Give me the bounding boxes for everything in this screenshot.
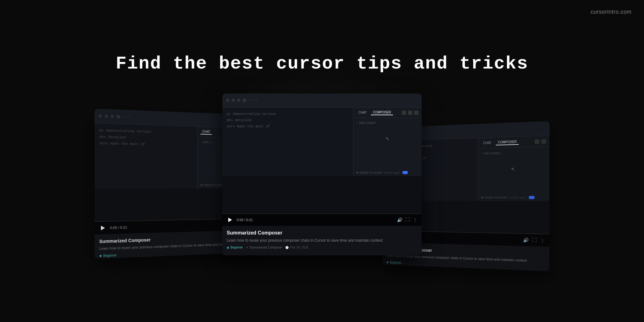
add-context-center[interactable]: Add context: [353, 118, 422, 128]
sidebar-icon-r2: [541, 139, 546, 144]
model-text-center: claude-3.5-sonnet: [360, 171, 382, 174]
editor-line-c4: [227, 130, 349, 136]
model-text-right: claude-3.5-sonnet: [484, 196, 507, 199]
topbar-circle-1: [226, 99, 229, 102]
topbar-sq-1: [243, 99, 246, 102]
mode-text-center: normal / agent: [384, 171, 400, 174]
badge-left: Beginner: [99, 253, 117, 258]
cursor-center: ↖: [353, 128, 422, 148]
card-info-center: Summarized Composer Learn how to reuse y…: [222, 226, 422, 253]
sidebar-tab-chat-right[interactable]: CHAT: [481, 140, 493, 145]
editor-topbar-center: ···: [222, 93, 422, 107]
add-context-right[interactable]: Add context: [478, 147, 550, 159]
topbar-icon-3: [111, 115, 114, 118]
topbar-circle-2: [232, 99, 235, 102]
topbar-icon-1: [99, 114, 102, 118]
card-title-center: Summarized Composer: [227, 230, 417, 236]
play-icon-center: [228, 218, 232, 222]
sidebar-tab-composer-right[interactable]: COMPOSER: [496, 139, 519, 145]
volume-icon-right[interactable]: 🔊: [523, 237, 529, 243]
cursor-right: ↖: [478, 157, 550, 179]
editor-line-c2: des detailed: [227, 117, 349, 124]
editor-line-c3: sers make the most of: [227, 124, 349, 130]
sidebar-header-center: CHAT COMPOSER: [353, 107, 422, 118]
sidebar-tab-composer-center[interactable]: COMPOSER: [371, 110, 393, 115]
sidebar-tab-chat-left[interactable]: CHAT: [201, 129, 212, 135]
topbar-icon-4: [117, 115, 120, 118]
sidebar-center: CHAT COMPOSER Add context ↖ claude-3.5-s…: [353, 107, 422, 176]
model-text-left: claude-3.5-sonnet: [203, 183, 225, 187]
topbar-dots: ···: [124, 114, 132, 120]
video-actions-right: 🔊 ⛶ ⋮: [523, 237, 545, 243]
video-actions-center: 🔊 ⛶ ⋮: [397, 217, 417, 223]
video-center: 0:00 / 0:21 🔊 ⛶ ⋮: [222, 176, 422, 226]
editor-line-c5: [227, 136, 349, 142]
sidebar-icon-c3: [414, 111, 419, 115]
editor-content-center: ps demonstrating various des detailed se…: [222, 107, 422, 176]
sidebar-icon-r1: [535, 139, 539, 144]
more-icon-center[interactable]: ⋮: [413, 217, 417, 223]
model-dot-left: [201, 184, 202, 186]
editor-lines-center: ps demonstrating various des detailed se…: [222, 107, 353, 146]
model-badge-right: claude-3.5-sonnet normal / agent: [478, 194, 550, 201]
card-topic-center: Summarized Composer: [246, 246, 282, 249]
mode-text-right: normal / agent: [509, 196, 526, 199]
agent-toggle-right: [529, 196, 535, 199]
fullscreen-icon-right[interactable]: ⛶: [532, 238, 537, 243]
sidebar-icon-c1: [402, 111, 406, 115]
cards-container: ··· ps demonstrating various des detaile…: [73, 93, 571, 305]
editor-main-left: ps demonstrating various des detailed se…: [94, 123, 197, 189]
video-time-center: 0:00 / 0:21: [237, 218, 253, 222]
topbar-dots-center: ···: [250, 98, 258, 103]
video-controls-center[interactable]: 0:00 / 0:21 🔊 ⛶ ⋮: [222, 214, 422, 226]
card-center[interactable]: ··· ps demonstrating various des detaile…: [222, 93, 422, 255]
video-area-center: [222, 176, 422, 213]
play-button-center[interactable]: [227, 216, 234, 223]
fullscreen-icon-center[interactable]: ⛶: [405, 217, 410, 222]
card-desc-center: Learn how to reuse your previous compose…: [227, 238, 417, 243]
topbar-circle-3: [237, 99, 240, 102]
badge-center: Beginner: [227, 246, 243, 249]
video-time-left: 0:00 / 0:21: [110, 225, 127, 230]
editor-lines-left: ps demonstrating various des detailed se…: [94, 123, 197, 152]
volume-icon-center[interactable]: 🔊: [397, 217, 402, 223]
badge-right: Beginner: [386, 260, 401, 264]
card-date-center: Feb 18, 2026: [285, 246, 308, 249]
main-headline: Find the best cursor tips and tricks: [0, 53, 644, 75]
brand-text: cursorintro.com: [590, 9, 632, 15]
more-icon-right[interactable]: ⋮: [540, 238, 545, 243]
play-icon-left: [101, 226, 105, 230]
model-badge-center: claude-3.5-sonnet normal / agent: [353, 169, 422, 176]
model-dot-right: [481, 197, 483, 198]
model-dot-center: [357, 172, 358, 173]
agent-toggle: [402, 171, 408, 174]
topbar-icon-2: [105, 115, 108, 118]
sidebar-icons-center: [402, 111, 419, 115]
editor-line-c1: ps demonstrating various: [227, 111, 349, 117]
sidebar-tab-chat-center[interactable]: CHAT: [357, 110, 368, 115]
sidebar-header-right: CHAT COMPOSER: [478, 136, 550, 149]
sidebar-right: CHAT COMPOSER Add context ↖ claude-3.5-s…: [478, 136, 550, 201]
sidebar-icons-right: [535, 139, 546, 144]
video-progress-center: [222, 213, 422, 214]
sidebar-icon-c2: [408, 111, 412, 115]
card-meta-center: Beginner Summarized Composer Feb 18, 202…: [227, 246, 417, 249]
play-button-left[interactable]: [99, 224, 107, 232]
editor-main-center: ps demonstrating various des detailed se…: [222, 107, 353, 176]
